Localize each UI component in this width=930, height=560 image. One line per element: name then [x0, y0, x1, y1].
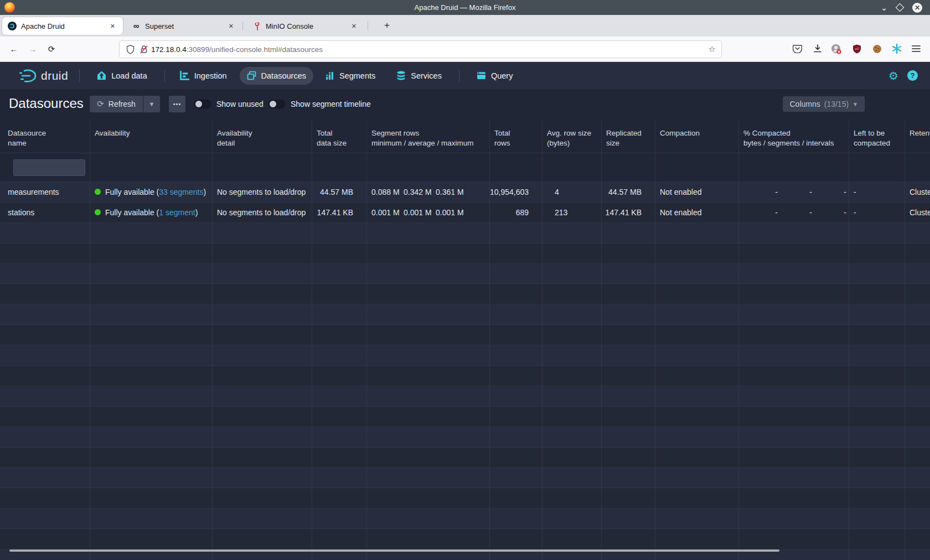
empty-cell: [905, 488, 930, 508]
back-button[interactable]: ←: [7, 42, 21, 56]
ingestion-icon: [180, 71, 189, 80]
extension-asterisk-icon[interactable]: [891, 43, 902, 54]
empty-cell: [542, 345, 602, 365]
empty-cell: [90, 386, 213, 406]
nav-item-label: Datasources: [261, 71, 306, 80]
tab-minio-console[interactable]: MinIO Console ✕: [247, 17, 364, 35]
settings-gear-icon[interactable]: ⚙: [888, 70, 898, 81]
bookmark-star-icon[interactable]: ☆: [709, 44, 716, 54]
window-maximize-icon[interactable]: [896, 3, 905, 12]
nav-item-segments[interactable]: Segments: [318, 67, 383, 85]
show-unused-label: Show unused: [216, 100, 264, 108]
segments-link[interactable]: 1 segment: [159, 208, 195, 217]
filter-cell-11: [905, 153, 930, 182]
column-header-1[interactable]: Availability: [90, 119, 213, 153]
tracking-shield-icon[interactable]: [126, 45, 135, 54]
column-header-8[interactable]: Compaction: [655, 119, 739, 153]
empty-cell: [490, 264, 542, 284]
empty-cell: [0, 386, 90, 406]
columns-label: Columns: [789, 100, 820, 108]
column-header-7[interactable]: Replicatedsize: [602, 119, 655, 153]
empty-cell: [739, 529, 849, 549]
refresh-label: Refresh: [108, 100, 136, 108]
empty-cell: [905, 386, 930, 406]
refresh-button[interactable]: ⟳ Refresh: [90, 96, 143, 112]
refresh-dropdown-caret[interactable]: ▼: [143, 96, 160, 112]
nav-item-query[interactable]: Query: [469, 67, 520, 85]
column-header-11[interactable]: Retention: [905, 119, 930, 153]
datasource-name-filter-input[interactable]: [13, 159, 85, 176]
empty-cell: [542, 448, 602, 468]
tab-close-icon[interactable]: ✕: [108, 22, 117, 31]
table-row-stations[interactable]: stationsFully available (1 segment)No se…: [0, 203, 930, 223]
tab-close-icon[interactable]: ✕: [226, 22, 236, 31]
empty-cell: [542, 468, 602, 488]
toggle-track[interactable]: [268, 100, 285, 108]
empty-cell: [90, 529, 213, 549]
pocket-icon[interactable]: [792, 43, 803, 54]
column-header-10[interactable]: Left to becompacted: [849, 119, 905, 153]
column-header-0[interactable]: Datasourcename: [0, 119, 90, 153]
new-tab-button[interactable]: +: [380, 18, 394, 33]
empty-cell: [849, 448, 905, 468]
tab-close-icon[interactable]: ✕: [349, 22, 359, 31]
menu-hamburger-icon[interactable]: [911, 43, 922, 54]
window-minimize-icon[interactable]: ⌄: [881, 4, 887, 12]
segments-link[interactable]: 33 segments: [159, 188, 203, 196]
empty-cell: [849, 509, 905, 528]
datasources-table: DatasourcenameAvailabilityAvailabilityde…: [0, 119, 930, 560]
empty-cell: [655, 223, 739, 243]
empty-cell: [213, 345, 312, 365]
tab-title: Apache Druid: [21, 22, 65, 30]
downloads-icon[interactable]: [812, 43, 823, 54]
datasource-name-cell[interactable]: stations: [0, 203, 90, 222]
empty-cell: [367, 529, 490, 549]
column-header-3[interactable]: Totaldata size: [312, 119, 367, 153]
datasource-name-cell[interactable]: measurements: [0, 182, 90, 202]
nav-item-label: Query: [491, 71, 513, 80]
empty-cell: [0, 509, 90, 528]
insecure-lock-icon[interactable]: [140, 45, 148, 54]
empty-cell: [739, 386, 849, 406]
account-disabled-icon[interactable]: [830, 43, 841, 54]
ublock-icon[interactable]: uO: [851, 43, 862, 54]
table-row-measurements[interactable]: measurementsFully available (33 segments…: [0, 182, 930, 203]
empty-cell: [739, 345, 849, 365]
show-unused-toggle[interactable]: Show unused: [194, 100, 264, 108]
forward-button[interactable]: →: [25, 42, 40, 56]
columns-button[interactable]: Columns (13/15) ▼: [783, 96, 865, 112]
nav-item-datasources[interactable]: Datasources: [240, 67, 313, 85]
column-header-2[interactable]: Availabilitydetail: [213, 119, 312, 153]
reload-button[interactable]: ⟳: [44, 42, 59, 56]
empty-table-row: [0, 448, 930, 468]
cookie-icon[interactable]: [871, 43, 882, 54]
empty-cell: [739, 304, 849, 324]
horizontal-scrollbar-thumb[interactable]: [9, 549, 779, 552]
toggle-track[interactable]: [194, 100, 211, 108]
minio-favicon: [252, 22, 261, 30]
more-actions-button[interactable]: •••: [169, 96, 185, 112]
show-segment-timeline-toggle[interactable]: Show segment timeline: [268, 100, 371, 108]
empty-cell: [655, 304, 739, 324]
column-header-9[interactable]: % Compactedbytes / segments / intervals: [739, 119, 849, 153]
empty-cell: [367, 264, 490, 284]
column-header-4[interactable]: Segment rowsminimum / average / maximum: [367, 119, 490, 153]
empty-cell: [490, 345, 542, 365]
nav-item-services[interactable]: Services: [389, 67, 449, 85]
navbar-separator: [459, 70, 459, 82]
empty-table-row: [0, 529, 930, 549]
druid-logo[interactable]: druid: [19, 68, 68, 84]
nav-item-load-data[interactable]: Load data: [90, 67, 154, 85]
column-header-6[interactable]: Avg. row size(bytes): [542, 119, 602, 153]
compaction-cell: Not enabled: [655, 182, 739, 202]
tab-superset[interactable]: ∞ Superset ✕: [126, 17, 241, 35]
retention-cell: Cluster default: loadForever: [905, 203, 930, 222]
tab-apache-druid[interactable]: Ɔ Apache Druid ✕: [2, 17, 123, 35]
total-rows-cell: 689: [490, 203, 542, 222]
url-bar[interactable]: 172.18.0.4:30899/unified-console.html#da…: [119, 40, 722, 58]
window-close-icon[interactable]: ✕: [912, 3, 922, 13]
help-icon[interactable]: ?: [907, 70, 918, 81]
empty-cell: [542, 304, 602, 324]
column-header-5[interactable]: Totalrows: [490, 119, 542, 153]
nav-item-ingestion[interactable]: Ingestion: [173, 67, 234, 85]
